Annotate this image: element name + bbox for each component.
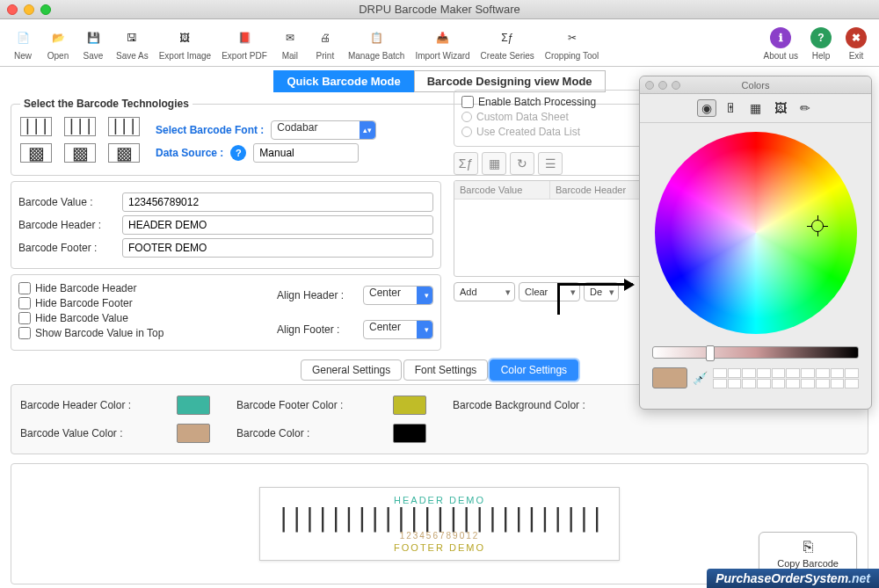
formula-tool-icon[interactable]: Σƒ [454,152,478,175]
callout-arrow-icon [557,283,633,315]
barcode-type-2d3-icon[interactable] [108,143,140,163]
barcode-color-swatch[interactable] [393,424,426,443]
barcode-type-linear3-icon[interactable] [108,117,140,136]
bg-color-label: Barcode Background Color : [453,399,628,411]
crop-icon: ✂ [560,25,585,50]
recent-colors[interactable] [713,368,859,388]
tab-quick-mode[interactable]: Quick Barcode Mode [273,70,413,92]
exppdf-icon: 📕 [232,25,257,50]
list-tool-icon[interactable]: ☰ [538,152,563,175]
barcode-value-input[interactable] [122,192,433,212]
expimg-button[interactable]: 🖼Export Image [154,24,216,62]
exit-button[interactable]: ✖Exit [839,24,874,62]
datasource-input[interactable] [253,143,359,163]
exit-icon: ✖ [844,25,868,50]
font-label: Select Barcode Font : [156,124,264,136]
saveas-icon: 🖫 [120,25,144,50]
value-color-swatch[interactable] [177,424,210,443]
picker-close-icon[interactable] [645,81,654,90]
help-button[interactable]: ?Help [803,24,839,62]
barcode-type-linear-icon[interactable] [20,117,52,136]
impwiz-button[interactable]: 📥Import Wizard [410,24,475,62]
copy-icon: ⎘ [777,538,839,556]
window-title: DRPU Barcode Maker Software [0,3,879,16]
current-color-swatch[interactable] [652,367,687,388]
about-icon: ℹ [768,25,793,50]
align-footer-label: Align Footer : [277,323,356,336]
open-icon: 📂 [46,25,70,50]
footer-color-swatch[interactable] [393,396,426,415]
print-button[interactable]: 🖨Print [308,24,343,62]
titlebar: DRPU Barcode Maker Software [0,0,879,19]
header-color-label: Barcode Header Color : [20,399,170,411]
picker-wheel-tab-icon[interactable]: ◉ [697,99,716,117]
barcode-footer-input[interactable] [122,238,433,258]
tech-legend: Select the Barcode Technologies [20,98,193,110]
preview-area: HEADER DEMO ||||||||||||||||||||||||| 12… [11,463,868,584]
picker-titlebar: Colors [640,76,871,94]
picker-pencils-tab-icon[interactable]: ✏ [795,99,815,117]
batch-panel: Enable Batch Processing Custom Data Shee… [454,90,647,301]
barcode-color-label: Barcode Color : [236,427,386,439]
picker-image-tab-icon[interactable]: 🖼 [771,99,790,117]
table-add-select[interactable]: Add [454,282,515,301]
tab-general-settings[interactable]: General Settings [301,359,402,381]
enable-batch-checkbox[interactable]: Enable Batch Processing [461,96,639,108]
tab-font-settings[interactable]: Font Settings [403,359,489,381]
save-icon: 💾 [81,25,105,50]
print-icon: 🖨 [313,25,338,50]
exppdf-button[interactable]: 📕Export PDF [216,24,272,62]
align-header-select[interactable]: Center▾ [363,286,433,305]
refresh-tool-icon[interactable]: ↻ [510,152,534,175]
hide-footer-checkbox[interactable]: Hide Barcode Footer [18,297,163,309]
barcode-type-2d2-icon[interactable] [64,143,96,163]
created-list-radio: Use Created Data List [461,126,639,138]
barcode-options-box: Hide Barcode Header Hide Barcode Footer … [11,274,441,351]
picker-sliders-tab-icon[interactable]: 🎚 [722,99,741,117]
hide-header-checkbox[interactable]: Hide Barcode Header [18,282,163,294]
saveas-button[interactable]: 🖫Save As [111,24,154,62]
new-button[interactable]: 📄New [5,24,40,62]
batch-table[interactable]: Barcode ValueBarcode Header [454,180,647,277]
about-button[interactable]: ℹAbout us [759,24,803,62]
series-button[interactable]: ΣƒCreate Series [476,24,540,62]
align-footer-select[interactable]: Center▾ [363,320,433,339]
header-color-swatch[interactable] [177,396,210,415]
mbatch-button[interactable]: 📋Manage Batch [343,24,410,62]
barcode-font-select[interactable]: Codabar▴▾ [271,120,376,140]
excel-tool-icon[interactable]: ▦ [482,152,506,175]
barcode-value-label: Barcode Value : [18,196,115,208]
mbatch-icon: 📋 [364,25,389,50]
expimg-icon: 🖼 [172,25,197,50]
preview-footer: FOOTER DEMO [276,542,602,553]
color-reticle-icon[interactable] [811,220,824,232]
tab-color-settings[interactable]: Color Settings [490,359,578,381]
footer-color-label: Barcode Footer Color : [236,399,386,411]
open-button[interactable]: 📂Open [40,24,76,62]
barcode-preview: HEADER DEMO ||||||||||||||||||||||||| 12… [259,487,619,560]
picker-mode-tabs: ◉ 🎚 ▦ 🖼 ✏ [640,94,871,123]
help-icon[interactable]: ? [230,145,246,161]
series-icon: Σƒ [495,25,519,50]
crop-button[interactable]: ✂Cropping Tool [540,24,605,62]
preview-bars-icon: ||||||||||||||||||||||||| [276,509,602,528]
slider-thumb[interactable] [706,345,715,361]
show-top-checkbox[interactable]: Show Barcode Value in Top [18,327,163,339]
picker-min-icon[interactable] [658,81,667,90]
save-button[interactable]: 💾Save [76,24,111,62]
eyedropper-icon[interactable]: 💉 [693,371,708,385]
value-color-label: Barcode Value Color : [20,427,170,439]
brightness-slider[interactable] [652,346,859,359]
picker-palette-tab-icon[interactable]: ▦ [746,99,766,117]
mail-button[interactable]: ✉Mail [272,24,308,62]
hide-value-checkbox[interactable]: Hide Barcode Value [18,312,163,324]
barcode-type-2d1-icon[interactable] [20,143,52,163]
custom-sheet-radio: Custom Data Sheet [461,111,639,123]
barcode-header-input[interactable] [122,215,433,235]
barcode-type-linear2-icon[interactable] [64,117,96,136]
impwiz-icon: 📥 [430,25,454,50]
barcode-header-label: Barcode Header : [18,219,115,231]
picker-max-icon[interactable] [672,81,680,90]
color-wheel[interactable] [655,132,857,334]
barcode-values-box: Barcode Value : Barcode Header : Barcode… [11,181,441,269]
